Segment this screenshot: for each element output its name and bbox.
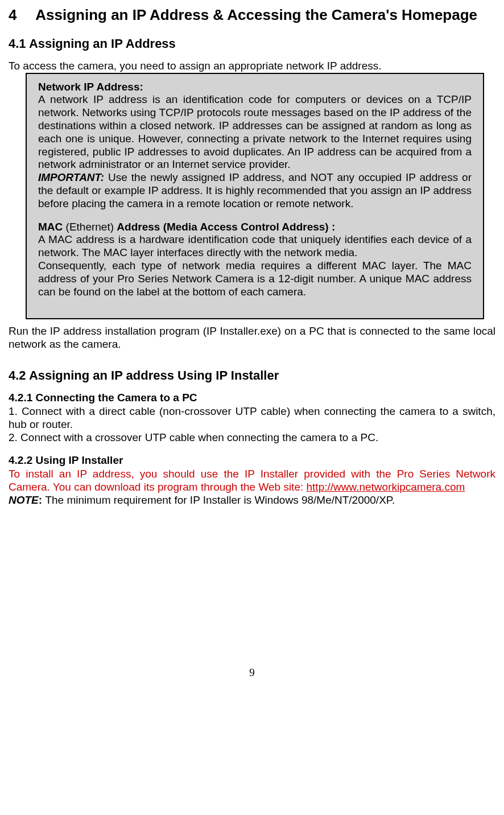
website-link[interactable]: http://www.networkipcamera.com [307, 481, 465, 493]
note-line: NOTE: The minimum requirement for IP Ins… [9, 494, 495, 507]
note-label: NOTE [9, 494, 39, 506]
mac-body-2: Consequently, each type of network media… [38, 260, 472, 298]
ip-address-title: Network IP Address: [38, 81, 143, 93]
section-4-1-intro: To access the camera, you need to assign… [9, 60, 495, 73]
spacer [38, 211, 472, 221]
spacer [9, 351, 495, 363]
section-4-2-2-heading: 4.2.2 Using IP Installer [9, 454, 495, 467]
section-4-1-heading: 4.1 Assigning an IP Address [9, 36, 495, 51]
mac-title-prefix: MAC [38, 221, 63, 233]
post-box-text: Run the IP address installation program … [9, 325, 495, 351]
section-4-2-1-heading: 4.2.1 Connecting the Camera to a PC [9, 392, 495, 404]
mac-title-mid: (Ethernet) [63, 221, 117, 233]
important-label: IMPORTANT: [38, 171, 104, 183]
chapter-number: 4 [9, 6, 31, 25]
page-number: 9 [9, 666, 495, 679]
section-4-2-1-item2: 2. Connect with a crossover UTP cable wh… [9, 431, 495, 444]
ip-address-body: A network IP address is an identificatio… [38, 93, 472, 171]
info-box: Network IP Address: A network IP address… [26, 73, 484, 320]
document-page: 4 Assigning an IP Address & Accessing th… [0, 0, 504, 702]
spacer [9, 444, 495, 454]
chapter-title: Assigning an IP Address & Accessing the … [35, 6, 490, 25]
section-4-2-2-body: To install an IP address, you should use… [9, 468, 495, 494]
section-4-2-1-item1: 1. Connect with a direct cable (non-cros… [9, 405, 495, 431]
important-paragraph: IMPORTANT: Use the newly assigned IP add… [38, 171, 472, 210]
mac-title-line: MAC (Ethernet) Address (Media Access Con… [38, 221, 472, 234]
note-colon: : [39, 494, 46, 506]
section-4-2-heading: 4.2 Assigning an IP address Using IP Ins… [9, 368, 495, 383]
mac-body-1: A MAC address is a hardware identificati… [38, 233, 472, 260]
chapter-heading: 4 Assigning an IP Address & Accessing th… [9, 6, 495, 25]
note-body: The minimum requirement for IP Installer… [45, 494, 395, 506]
mac-title-suffix: Address (Media Access Control Address) : [117, 221, 335, 233]
